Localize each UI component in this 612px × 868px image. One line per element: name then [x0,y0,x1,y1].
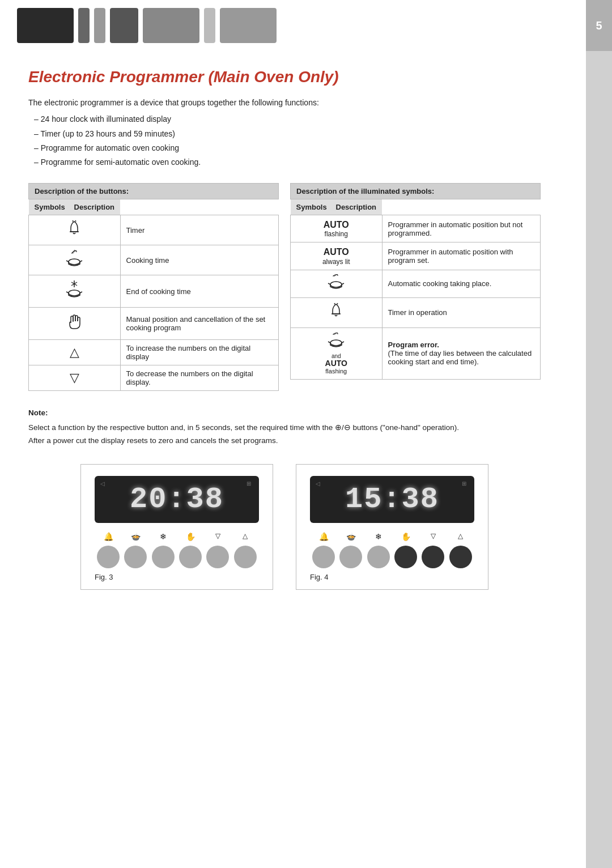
note-text2: After a power cut the display resets to … [28,435,541,447]
manual-desc: Manual position and cancellation of the … [120,308,278,340]
timer-desc: Timer [120,215,278,245]
svg-line-15 [328,283,330,284]
svg-line-7 [66,292,69,293]
symbol-cooking-time [29,245,121,275]
bar-block-2 [78,8,90,43]
display-screen-fig3: ◁ ⊞ 20:38 [95,476,259,523]
page-title: Electronic Programmer (Main Oven Only) [28,68,541,86]
bar-block-6 [204,8,215,43]
table-row: Cooking time [29,245,279,275]
display-left-icon-fig4: ◁ [316,480,320,487]
buttons-table-title: Description of the buttons: [29,184,279,199]
btn6-fig4[interactable] [449,546,472,568]
bar-block-5 [143,8,199,43]
svg-line-5 [80,261,82,262]
auto-flashing-desc: Programmer in automatic position but not… [382,215,540,242]
svg-line-8 [80,292,82,293]
display-time-fig4: 15:38 [319,483,465,516]
intro-list: 24 hour clock with illuminated display T… [34,112,541,169]
symbol-end-cooking [29,275,121,308]
btn3-fig4[interactable] [367,546,390,568]
right-accent-bar [586,51,612,868]
sym-pot-fig4: 🍲 [341,532,361,541]
end-cooking-desc: End of cooking time [120,275,278,308]
btn4-fig3[interactable] [179,546,202,568]
tables-section: Description of the buttons: Symbols Desc… [28,183,541,391]
main-content: Electronic Programmer (Main Oven Only) T… [0,51,586,607]
note-text1: Select a function by the respective butt… [28,422,541,434]
program-error-desc: Program error. (The time of day lies bet… [382,327,540,379]
timer-operation-desc: Timer in operation [382,297,540,327]
sym-end-fig3: ❄ [153,532,173,541]
symbol-program-error: and AUTO flashing [291,327,382,379]
display-left-icon-fig3: ◁ [100,480,105,487]
auto-cooking-desc: Automatic cooking taking place. [382,270,540,297]
sym-hand-fig4: ✋ [396,532,416,541]
bar-block-1 [17,8,74,43]
note-section: Note: Select a function by the respectiv… [28,407,541,447]
btn2-fig3[interactable] [124,546,147,568]
table-row: AUTO flashing Programmer in automatic po… [291,215,541,242]
svg-line-0 [73,220,73,222]
svg-line-21 [328,342,330,343]
svg-line-18 [337,303,338,304]
sym-up-fig4: △ [450,532,471,541]
symbol-increase: △ [29,340,121,365]
btn-symbols-fig3: 🔔 🍲 ❄ ✋ ▽ △ [95,532,259,541]
btn1-fig4[interactable] [312,546,335,568]
cooking-time-desc: Cooking time [120,245,278,275]
sym-bell-fig4: 🔔 [313,532,334,541]
symbol-timer-op [291,297,382,327]
btn6-fig3[interactable] [234,546,257,568]
table-row: End of cooking time [29,275,279,308]
btn4-fig4[interactable] [394,546,417,568]
svg-point-20 [330,340,342,346]
buttons-fig3 [95,546,259,568]
table-row: ▽ To decrease the numbers on the digital… [29,365,279,391]
symbol-manual [29,308,121,340]
buttons-fig4 [310,546,474,568]
svg-line-17 [334,303,335,304]
sym-end-fig4: ❄ [368,532,389,541]
btn5-fig3[interactable] [206,546,229,568]
list-item: Programme for semi-automatic oven cookin… [34,155,541,169]
svg-line-22 [342,342,344,343]
page-number: 5 [586,0,612,51]
figure-3: ◁ ⊞ 20:38 🔔 🍲 ❄ ✋ ▽ △ Fig [80,464,273,590]
note-label: Note: [28,407,541,419]
figures-row: ◁ ⊞ 20:38 🔔 🍲 ❄ ✋ ▽ △ Fig [28,464,541,590]
table-row: and AUTO flashing Program error. (The ti… [291,327,541,379]
svg-point-3 [69,259,80,265]
symbol-decrease: ▽ [29,365,121,391]
table-row: Timer [29,215,279,245]
figure-4: ◁ ⊞ 15:38 🔔 🍲 ❄ ✋ ▽ △ Fig [296,464,488,590]
svg-point-6 [69,290,80,296]
symbols-table-section: Description of the illuminated symbols: … [290,183,541,391]
sym-pot-fig3: 🍲 [125,532,146,541]
display-screen-fig4: ◁ ⊞ 15:38 [310,476,474,523]
table-row: Manual position and cancellation of the … [29,308,279,340]
symbol-auto-lit: AUTO always lit [291,242,382,270]
symbols-col-symbol: Symbols [291,199,330,215]
btn2-fig4[interactable] [339,546,362,568]
sym-up-fig3: △ [235,532,256,541]
fig3-label: Fig. 3 [95,573,259,581]
btn1-fig3[interactable] [97,546,120,568]
svg-line-1 [75,220,76,222]
table-row: Automatic cooking taking place. [291,270,541,297]
btn5-fig4[interactable] [422,546,444,568]
btn3-fig3[interactable] [152,546,175,568]
svg-line-16 [342,283,344,284]
buttons-col-desc: Description [69,199,121,215]
intro-lead: The electronic programmer is a device th… [28,96,541,109]
table-row: AUTO always lit Programmer in automatic … [291,242,541,270]
display-right-icon-fig4: ⊞ [462,480,466,487]
bar-block-3 [94,8,105,43]
svg-line-4 [66,261,69,262]
symbol-auto-flashing: AUTO flashing [291,215,382,242]
bar-block-7 [220,8,277,43]
buttons-col-symbol: Symbols [29,199,69,215]
symbol-timer [29,215,121,245]
display-right-icon-fig3: ⊞ [246,480,251,487]
sym-down-fig4: ▽ [423,532,443,541]
